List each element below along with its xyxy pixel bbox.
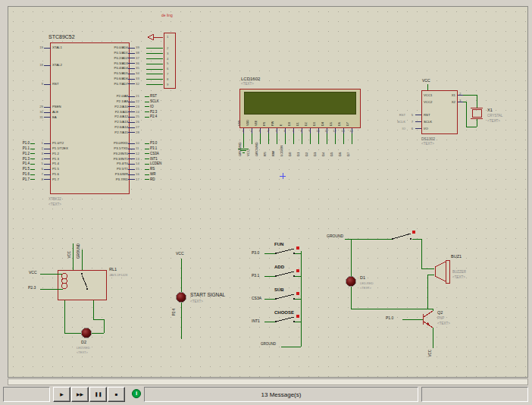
q2-value: PNP [437, 317, 444, 321]
pause-button[interactable]: ❚❚ [89, 387, 107, 402]
lcd-pin-number: 10 [314, 130, 322, 133]
mcu-pin-row: P3.6/WR16WR [100, 172, 191, 177]
mcu-pin-row: P3.5/T115RS [100, 167, 191, 172]
start-signal-text: <TEXT> [190, 300, 203, 304]
sim-button-icon: ▶ [60, 392, 64, 397]
led-d2-refdes: D2 [81, 341, 86, 345]
lcd-pin-number: 2 [247, 130, 255, 133]
mcu-pin-row: P3.1/TXD11P3.1 [100, 146, 191, 152]
lcd-pin-number: 1 [239, 130, 247, 133]
key-net-label: CS3A [252, 297, 261, 300]
rtc-pin-number: 5 [407, 111, 413, 118]
mcu-pin-row: P0.7/AD732 [100, 82, 191, 87]
status-message: 13 Message(s) [261, 391, 302, 398]
sim-button-icon: ❚❚ [94, 392, 102, 397]
lcd-pin-number: 12 [330, 130, 339, 133]
rtc-pin-name: X2 [443, 99, 455, 105]
rtc-pin-name: X1 [443, 92, 455, 99]
rtc-net-label: SCLK [389, 118, 405, 125]
buzzer-text: <TEXT> [452, 276, 465, 280]
rtc-pin-name: RST [424, 111, 432, 118]
q2-text: <TEXT> [437, 322, 450, 326]
lcd-pin-number: 11 [322, 130, 330, 133]
mcu-pin-row: P2.4/A1225P2.4 [100, 115, 191, 120]
lcd-pin-number: 5 [272, 130, 280, 133]
lcd-pin-number: 3 [255, 130, 264, 133]
stop-button[interactable]: ■ [108, 387, 125, 402]
add-key[interactable]: ADD P3.1 [249, 264, 308, 287]
horizontal-scrollbar[interactable] [8, 378, 528, 385]
crystal-refdes: X1 [487, 108, 493, 113]
mcu-pin-row: P2.2/A1023IO [100, 105, 191, 110]
mcu-refdes: STC89C52 [49, 34, 75, 39]
led-d1-refdes: D1 [360, 276, 365, 281]
key-label: CHOOSE [274, 310, 294, 315]
keys-ground-label: GROUND [261, 343, 276, 347]
mcu-pin-row: P0.6/AD633 [100, 77, 191, 82]
choose-key[interactable]: CHOOSE INT1 [249, 309, 308, 332]
bottom-toolbar: ▶▶▶❚❚■ i 13 Message(s) [0, 378, 532, 405]
message-log-icon[interactable]: i [132, 389, 141, 398]
status-panel: 13 Message(s) [144, 387, 418, 402]
rtc-pin-number: 7 [407, 118, 413, 125]
lcd-pin-number: 6 [280, 130, 289, 133]
rtc-pin-name: VCC2 [424, 99, 432, 105]
mcu-pin-row: P0.1/AD138 [100, 51, 191, 56]
play-button[interactable]: ▶ [53, 387, 70, 402]
lcd-refdes: LCD1602 [241, 77, 260, 81]
rtc-pin-name: VCC1 [424, 92, 432, 99]
crystal-text: <TEXT> [487, 120, 500, 124]
crystal-value: CRYSTAL [487, 115, 502, 118]
mcu-pin-row: P3.0/RXD10P3.0 [100, 141, 191, 146]
mcu-pin-row: P3.7/RD17RD [100, 177, 191, 183]
top-strip [0, 0, 532, 6]
mcu-pin-row: P3.2/INT012CS3A [100, 152, 191, 157]
lcd-pin-number: 8 [297, 130, 305, 133]
lcd-pin-number: 13 [339, 130, 347, 133]
mcu-text: <TEXT> [49, 203, 61, 207]
mcu-pin-row: P2.7/A1528 [100, 130, 191, 136]
mcu-pin-row: P0.0/AD039 [100, 46, 191, 51]
rtc-pin-name: SCLK [424, 118, 432, 125]
start-signal-label: START SIGNAL [190, 293, 225, 298]
rtc-pin-name: I/O [424, 125, 432, 132]
q2-refdes: Q2 [437, 311, 443, 316]
mcu-pin-row: P2.1/A922SCLK [100, 99, 191, 105]
sim-button-icon: ▶▶ [77, 392, 83, 397]
proteus-window: 123456789 [0, 0, 532, 405]
lcd-pin-number: 4 [264, 130, 272, 133]
start-net-vcc: VCC [176, 252, 184, 256]
rtc-net-label: IO [389, 125, 405, 132]
led-d1-text: <TEXT> [360, 287, 371, 290]
key-label: FUN [274, 242, 283, 246]
rtc-pin-number: 2 [459, 90, 461, 97]
mcu-pin-row: P3.4/T014LCDEN [100, 162, 191, 167]
key-net-label: P3.0 [252, 251, 259, 255]
relay-value: JAV3-1F1428 [109, 274, 127, 277]
step-button[interactable]: ▶▶ [71, 387, 89, 402]
lcd-pin-number: 14 [347, 130, 355, 133]
rtc-pin-number: 6 [407, 125, 413, 132]
mcu-pin-row: P0.5/AD534 [100, 71, 191, 77]
rtc-pin-number: 3 [459, 97, 461, 104]
rtc-net-label: RST [389, 111, 405, 118]
lcd-pin-name: D7 [347, 113, 355, 126]
mcu-pin-row: P0.2/AD237 [100, 56, 191, 61]
relay-refdes: RL1 [109, 268, 117, 272]
mcu-pin-row: P3.3/INT113INT1 [100, 156, 191, 162]
sub-key[interactable]: SUB CS3A [249, 287, 308, 309]
sim-button-icon: ■ [115, 392, 118, 397]
relay-net-p23: P2.3 [28, 286, 36, 290]
info-icon: i [136, 391, 137, 397]
mcu-pin-row: P0.4/AD435 [100, 66, 191, 71]
toolbar-right-panel [421, 387, 528, 402]
relay-rot-vcc: VCC [68, 251, 72, 259]
fun-key[interactable]: FUN P3.0 [249, 241, 308, 264]
d1-ground-net: GROUND [327, 234, 343, 238]
led-d2-value: LED-RED [77, 347, 90, 350]
relay-rot-gnd: GROUND [77, 243, 81, 259]
mcu-pin-row: P0.3/AD336 [100, 61, 191, 66]
connector-title: de ling [161, 14, 173, 17]
schematic-canvas[interactable]: 123456789 [8, 6, 528, 378]
key-label: ADD [274, 265, 284, 269]
